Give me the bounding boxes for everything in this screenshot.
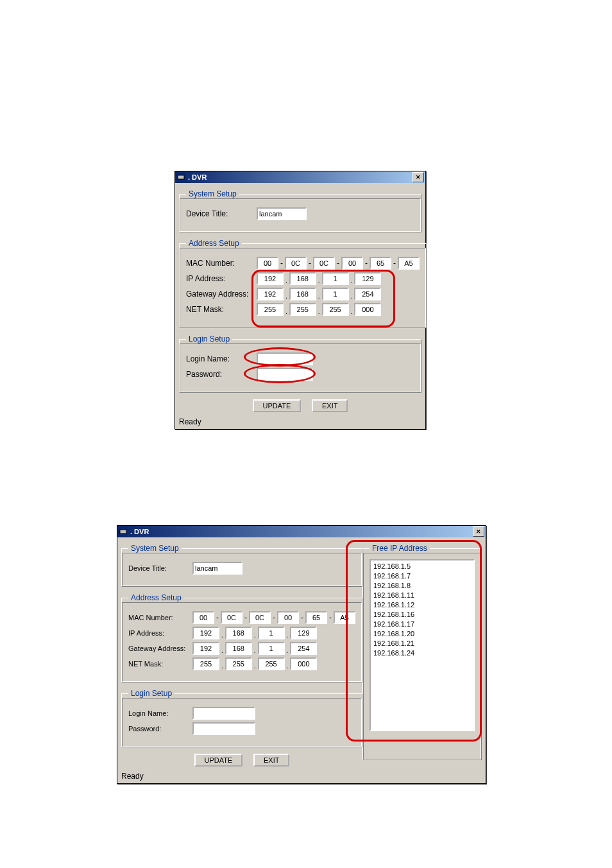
- free-ip-item[interactable]: 192.168.1.20: [373, 629, 471, 639]
- ip-seg-0[interactable]: [192, 627, 219, 639]
- mask-seg-0[interactable]: [257, 303, 284, 316]
- exit-button[interactable]: EXIT: [253, 754, 289, 767]
- ip-seg-3[interactable]: [290, 627, 317, 639]
- login-setup-group: Login Setup Login Name: Password:: [121, 689, 362, 747]
- login-name-label: Login Name:: [128, 709, 192, 717]
- login-setup-group: Login Setup Login Name: Password:: [179, 334, 421, 393]
- system-setup-group: System Setup Device Title:: [121, 544, 362, 587]
- ip-seg-2[interactable]: [322, 272, 349, 285]
- exit-button[interactable]: EXIT: [312, 399, 348, 412]
- svg-rect-0: [178, 175, 184, 179]
- free-ip-item[interactable]: 192.168.1.21: [373, 639, 471, 648]
- ip-seg-2[interactable]: [258, 627, 285, 639]
- close-icon[interactable]: ✕: [412, 172, 424, 182]
- mac-seg-0[interactable]: [257, 257, 278, 270]
- button-row: UPDATE EXIT: [179, 399, 421, 412]
- gateway-label: Gateway Address:: [186, 290, 257, 299]
- mask-seg-0[interactable]: [192, 657, 219, 670]
- gateway-label: Gateway Address:: [128, 645, 192, 652]
- gw-seg-2[interactable]: [258, 642, 285, 655]
- device-title-input[interactable]: [192, 562, 242, 575]
- mac-seg-4[interactable]: [370, 257, 391, 270]
- login-name-input[interactable]: [257, 352, 313, 365]
- password-input[interactable]: [192, 722, 255, 735]
- mask-label: NET Mask:: [128, 660, 192, 668]
- device-title-input[interactable]: [257, 207, 307, 220]
- update-button[interactable]: UPDATE: [194, 754, 243, 767]
- ip-seg-1[interactable]: [225, 627, 252, 639]
- mac-seg-0[interactable]: [192, 611, 214, 624]
- close-icon[interactable]: ✕: [473, 526, 484, 537]
- password-input[interactable]: [257, 368, 313, 381]
- login-name-input[interactable]: [192, 707, 255, 720]
- address-setup-group: Address Setup MAC Number: - - - - - IP A…: [179, 239, 427, 328]
- button-row: UPDATE EXIT: [121, 754, 362, 767]
- system-setup-legend: System Setup: [186, 189, 239, 198]
- free-ip-item[interactable]: 192.168.1.17: [373, 620, 471, 629]
- free-ip-item[interactable]: 192.168.1.5: [373, 562, 471, 571]
- gw-seg-3[interactable]: [354, 288, 381, 300]
- ip-seg-1[interactable]: [289, 272, 316, 285]
- mac-seg-3[interactable]: [277, 611, 299, 624]
- system-setup-group: System Setup Device Title:: [179, 189, 421, 232]
- login-setup-legend: Login Setup: [128, 689, 174, 698]
- gw-seg-0[interactable]: [192, 642, 219, 655]
- window-title: . DVR: [130, 528, 473, 535]
- mac-seg-3[interactable]: [341, 257, 363, 270]
- gw-seg-3[interactable]: [290, 642, 317, 655]
- free-ip-item[interactable]: 192.168.1.11: [373, 591, 471, 600]
- device-title-label: Device Title:: [186, 209, 257, 218]
- gw-seg-2[interactable]: [322, 288, 349, 300]
- address-setup-legend: Address Setup: [128, 593, 184, 602]
- mac-seg-1[interactable]: [285, 257, 307, 270]
- ip-seg-3[interactable]: [354, 272, 381, 285]
- address-setup-legend: Address Setup: [186, 239, 242, 248]
- free-ip-legend: Free IP Address: [370, 544, 430, 553]
- device-title-label: Device Title:: [128, 564, 192, 572]
- titlebar: . DVR ✕: [175, 171, 425, 183]
- mask-label: NET Mask:: [186, 305, 257, 314]
- mask-seg-3[interactable]: [290, 657, 317, 670]
- free-ip-item[interactable]: 192.168.1.24: [373, 648, 471, 658]
- free-ip-item[interactable]: 192.168.1.8: [373, 581, 471, 591]
- ip-label: IP Address:: [128, 629, 192, 637]
- gw-seg-1[interactable]: [289, 288, 316, 300]
- mac-seg-5[interactable]: [398, 257, 420, 270]
- dvr-window-1: . DVR ✕ System Setup Device Title: Addre…: [174, 171, 426, 430]
- password-label: Password:: [128, 725, 192, 733]
- mask-seg-1[interactable]: [289, 303, 316, 316]
- titlebar: . DVR ✕: [117, 526, 486, 537]
- status-bar: Ready: [175, 416, 425, 429]
- app-icon: [176, 173, 185, 182]
- mac-seg-4[interactable]: [305, 611, 327, 624]
- login-name-label: Login Name:: [186, 354, 257, 363]
- free-ip-listbox[interactable]: 192.168.1.5192.168.1.7192.168.1.8192.168…: [370, 559, 475, 731]
- ip-label: IP Address:: [186, 274, 257, 283]
- status-bar: Ready: [117, 770, 486, 783]
- mac-seg-2[interactable]: [313, 257, 335, 270]
- mac-label: MAC Number:: [128, 614, 192, 621]
- address-setup-group: Address Setup MAC Number: - - - - - IP A…: [121, 593, 362, 682]
- gw-seg-1[interactable]: [225, 642, 252, 655]
- ip-seg-0[interactable]: [257, 272, 284, 285]
- mac-seg-2[interactable]: [249, 611, 271, 624]
- free-ip-group: Free IP Address 192.168.1.5192.168.1.719…: [362, 544, 482, 760]
- svg-rect-1: [120, 530, 126, 534]
- mask-seg-1[interactable]: [225, 657, 252, 670]
- mac-label: MAC Number:: [186, 259, 257, 268]
- free-ip-item[interactable]: 192.168.1.7: [373, 571, 471, 581]
- app-icon: [119, 527, 128, 536]
- update-button[interactable]: UPDATE: [253, 399, 302, 412]
- gw-seg-0[interactable]: [257, 288, 284, 300]
- mac-seg-5[interactable]: [334, 611, 355, 624]
- free-ip-item[interactable]: 192.168.1.16: [373, 610, 471, 620]
- system-setup-legend: System Setup: [128, 544, 182, 553]
- mask-seg-2[interactable]: [322, 303, 349, 316]
- mac-seg-1[interactable]: [221, 611, 242, 624]
- login-setup-legend: Login Setup: [186, 334, 232, 343]
- mask-seg-3[interactable]: [354, 303, 381, 316]
- password-label: Password:: [186, 370, 257, 379]
- free-ip-item[interactable]: 192.168.1.12: [373, 600, 471, 610]
- mask-seg-2[interactable]: [258, 657, 285, 670]
- window-title: . DVR: [188, 173, 412, 181]
